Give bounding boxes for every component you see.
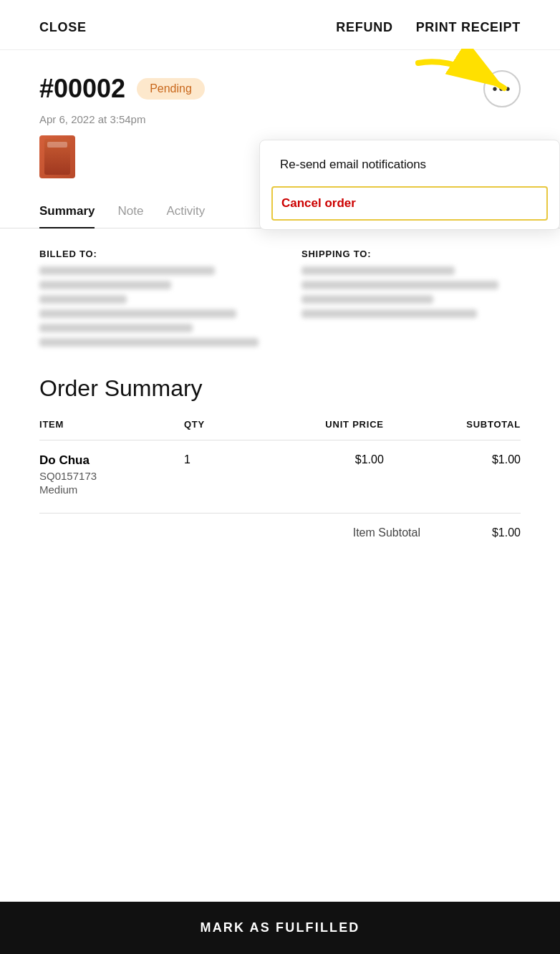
billing-line-2 [39, 281, 171, 289]
col-subtotal: SUBTOTAL [384, 419, 521, 440]
order-table: ITEM QTY UNIT PRICE SUBTOTAL Do Chua SQ0… [39, 419, 521, 496]
billing-line-1 [39, 266, 215, 275]
billing-label: BILLED TO: [39, 249, 259, 259]
item-subtotal-value: $1.00 [478, 526, 521, 539]
more-area: ••• [483, 70, 521, 107]
col-item: ITEM [39, 419, 184, 440]
product-thumbnail [39, 135, 75, 178]
nav-left: CLOSE [39, 20, 87, 35]
order-summary-title: Order Summary [39, 375, 521, 402]
billing-line-6 [39, 338, 259, 347]
order-date: Apr 6, 2022 at 3:54pm [39, 113, 521, 125]
ellipsis-icon: ••• [492, 81, 511, 97]
item-subtotal: $1.00 [384, 440, 521, 496]
subtotal-row: Item Subtotal $1.00 [39, 513, 521, 539]
mark-fulfilled-button[interactable]: MARK AS FULFILLED [0, 902, 560, 954]
shipping-line-3 [301, 295, 433, 304]
tab-activity[interactable]: Activity [166, 196, 205, 228]
item-subtotal-label: Item Subtotal [353, 526, 420, 539]
print-receipt-button[interactable]: PRINT RECEIPT [416, 20, 521, 35]
shipping-line-4 [301, 309, 477, 318]
status-badge: Pending [137, 78, 205, 100]
shipping-label: SHIPPING TO: [301, 249, 521, 259]
billing-line-5 [39, 324, 193, 332]
item-variant: Medium [39, 483, 184, 496]
shipping-section: SHIPPING TO: [301, 249, 521, 352]
order-title-row: #00002 Pending ••• [39, 70, 521, 107]
close-button[interactable]: CLOSE [39, 20, 87, 35]
col-unit-price: UNIT PRICE [236, 419, 384, 440]
item-unit-price: $1.00 [236, 440, 384, 496]
order-title-left: #00002 Pending [39, 74, 205, 104]
tab-summary[interactable]: Summary [39, 196, 95, 228]
refund-button[interactable]: REFUND [336, 20, 392, 35]
table-row: Do Chua SQ0157173 Medium 1 $1.00 $1.00 [39, 440, 521, 496]
nav-right: REFUND PRINT RECEIPT [336, 20, 521, 35]
item-name: Do Chua [39, 453, 184, 468]
shipping-line-2 [301, 281, 498, 289]
dropdown-menu: Re-send email notifications Cancel order [259, 140, 560, 230]
main-content: BILLED TO: SHIPPING TO: Order Summary IT… [0, 228, 560, 559]
product-image [44, 139, 70, 175]
address-row: BILLED TO: SHIPPING TO: [39, 249, 521, 352]
item-details: Do Chua SQ0157173 Medium [39, 440, 184, 496]
top-nav: CLOSE REFUND PRINT RECEIPT [0, 0, 560, 50]
order-number: #00002 [39, 74, 125, 104]
billing-line-4 [39, 309, 236, 318]
resend-email-button[interactable]: Re-send email notifications [260, 146, 559, 183]
col-qty: QTY [184, 419, 236, 440]
cancel-order-button[interactable]: Cancel order [271, 186, 548, 221]
item-sku: SQ0157173 [39, 470, 184, 482]
shipping-line-1 [301, 266, 455, 275]
billing-line-3 [39, 295, 127, 304]
item-qty: 1 [184, 440, 236, 496]
more-options-button[interactable]: ••• [483, 70, 521, 107]
tab-note[interactable]: Note [117, 196, 143, 228]
billing-section: BILLED TO: [39, 249, 259, 352]
